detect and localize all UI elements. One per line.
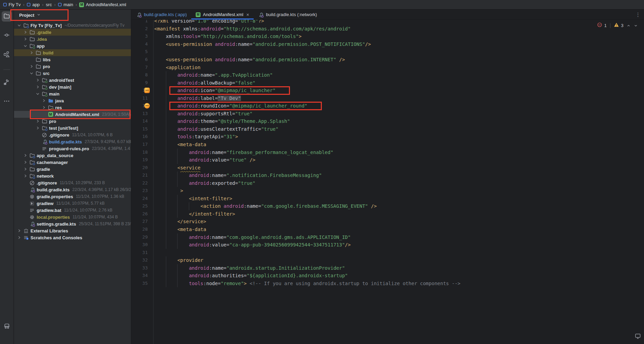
chevron-right-icon[interactable] — [41, 105, 47, 110]
code-line[interactable]: 24 <intent-filter> — [132, 195, 644, 203]
code-line[interactable]: 5 — [132, 48, 644, 56]
tree-row[interactable]: pro — [14, 118, 131, 125]
editor-body[interactable]: 1 3 1<?xml version="1.0" encoding="utf-8… — [132, 20, 644, 344]
code-line[interactable]: 20 <service — [132, 164, 644, 172]
commit-tool-button[interactable] — [2, 30, 12, 41]
code-area[interactable]: 1<?xml version="1.0" encoding="utf-8"?>2… — [132, 20, 644, 287]
tree-row[interactable]: proguard-rules.pro22/3/24, 4:36PM, 1.4 k… — [14, 145, 131, 152]
code-line[interactable]: 4 <uses-permission android:name="android… — [132, 40, 644, 48]
tree-row[interactable]: gradlew.bat11/1/24, 10:07PM, 2.76 kB — [14, 207, 131, 214]
code-line[interactable]: 27 </service> — [132, 218, 644, 226]
code-line[interactable]: 29 android:name="com.google.android.gms.… — [132, 233, 644, 241]
editor-tab[interactable]: MAndroidManifest.xml× — [191, 10, 254, 20]
code-line[interactable]: 12 android:roundIcon="@mipmap/ic_launche… — [132, 102, 644, 110]
chevron-right-icon[interactable] — [23, 36, 28, 42]
project-panel-header[interactable]: Project — [14, 10, 131, 21]
breadcrumb-item[interactable]: MAndroidManifest.xml — [79, 2, 126, 7]
more-tools-button[interactable] — [2, 97, 12, 107]
code-line[interactable]: 22 android:exported="true" — [132, 179, 644, 187]
structure-tool-button[interactable] — [2, 50, 12, 60]
breadcrumb-item[interactable]: app — [27, 2, 40, 7]
tree-row[interactable]: build — [14, 49, 131, 56]
chevron-right-icon[interactable] — [35, 77, 40, 83]
tree-row[interactable]: src — [14, 70, 131, 77]
code-line[interactable]: 33 android:name="androidx.startup.Initia… — [132, 264, 644, 272]
chevron-right-icon[interactable] — [35, 125, 40, 131]
tree-row[interactable]: gradle — [14, 166, 131, 173]
chevron-up-icon[interactable] — [627, 24, 631, 28]
breadcrumb-item[interactable]: main — [58, 2, 73, 7]
code-line[interactable]: 34 android:authorities="${applicationId}… — [132, 272, 644, 280]
chevron-down-icon[interactable] — [37, 12, 41, 18]
code-line[interactable]: 21 android:name=".notification.FirebaseM… — [132, 171, 644, 179]
tree-row[interactable]: gradlew11/1/24, 10:07PM, 5.77 kB — [14, 200, 131, 207]
code-line[interactable]: 25 <action android:name="com.google.fire… — [132, 202, 644, 210]
tree-row[interactable]: External Libraries — [14, 227, 131, 234]
chevron-right-icon[interactable] — [29, 64, 34, 69]
chevron-right-icon[interactable] — [16, 235, 22, 240]
inspections-widget[interactable]: 1 3 — [597, 22, 638, 29]
project-tool-button[interactable] — [2, 11, 12, 22]
build-tool-button[interactable] — [2, 77, 12, 88]
tree-row[interactable]: .gradle — [14, 29, 131, 36]
tree-row[interactable]: settings.gradle.kts25/3/24, 11:51PM, 398… — [14, 220, 131, 227]
code-line[interactable]: 7 <application — [132, 64, 644, 72]
breadcrumb-item[interactable]: Fly Tv — [3, 2, 21, 7]
tree-row[interactable]: res — [14, 104, 131, 111]
chevron-down-icon[interactable] — [23, 43, 28, 49]
code-line[interactable]: 18 android:name="firebase_performance_lo… — [132, 149, 644, 156]
tree-row[interactable]: Scratches and Consoles — [14, 234, 131, 241]
chevron-right-icon[interactable] — [23, 153, 28, 158]
services-tool-button[interactable] — [2, 321, 12, 332]
tree-row[interactable]: libs — [14, 56, 131, 63]
tree-row[interactable]: gradle.properties11/1/24, 10:07PM, 1.36 … — [14, 193, 131, 200]
tree-row[interactable]: main — [14, 90, 131, 97]
tree-row[interactable]: .gitignore11/1/24, 10:29PM, 233 B — [14, 179, 131, 186]
chevron-right-icon[interactable] — [35, 118, 40, 124]
chevron-right-icon[interactable] — [16, 228, 22, 233]
tree-row[interactable]: cachemanager — [14, 159, 131, 166]
tree-row[interactable]: .idea — [14, 36, 131, 42]
code-line[interactable]: 30 android:value="ca-app-pub-39402560999… — [132, 241, 644, 249]
close-icon[interactable]: × — [246, 12, 249, 17]
code-line[interactable]: 17 <meta-data — [132, 141, 644, 149]
tree-row[interactable]: network — [14, 173, 131, 179]
chevron-right-icon[interactable] — [23, 166, 28, 172]
code-line[interactable]: 14 android:theme="@style/Theme.App.Splas… — [132, 117, 644, 125]
editor-tab[interactable]: build.gradle.kts (:network) — [254, 10, 321, 20]
tree-row[interactable]: MAndroidManifest.xml23/3/24, 1:50AM, 2.2 — [14, 111, 131, 118]
code-line[interactable]: 15 android:usesCleartextTraffic="true" — [132, 125, 644, 133]
tree-row[interactable]: pro — [14, 63, 131, 70]
tree-row[interactable]: androidTest — [14, 77, 131, 84]
code-line[interactable]: 9 android:allowBackup="false" — [132, 79, 644, 87]
breadcrumb-item[interactable]: src — [46, 2, 52, 7]
chevron-right-icon[interactable] — [41, 98, 47, 103]
launcher-round-gutter-icon[interactable] — [144, 103, 150, 109]
chevron-down-icon[interactable] — [29, 71, 34, 76]
code-line[interactable]: 35 tools:node="remove"> <!-- If you are … — [132, 280, 644, 288]
tree-row[interactable]: build.gradle.kts22/3/24, 4:36PM, 1.17 kB… — [14, 186, 131, 193]
chevron-down-icon[interactable] — [634, 24, 638, 28]
tree-row[interactable]: .gitignore11/1/24, 10:07PM, 6 B — [14, 131, 131, 138]
code-line[interactable]: 13 android:supportsRtl="true" — [132, 110, 644, 118]
code-line[interactable]: 28 <meta-data — [132, 226, 644, 233]
code-line[interactable]: 2<manifest xmlns:android="http://schemas… — [132, 25, 644, 33]
code-line[interactable]: 3 xmlns:tools="http://schemas.android.co… — [132, 33, 644, 40]
code-line[interactable]: 32 <provider — [132, 256, 644, 264]
device-frame-icon[interactable] — [635, 333, 641, 341]
launcher-square-gutter-icon[interactable] — [144, 88, 150, 93]
tree-row[interactable]: Fly Tv [Fly_Tv]~/Documents/codecanyon/Fl… — [14, 22, 131, 29]
chevron-right-icon[interactable] — [35, 84, 40, 90]
code-line[interactable]: 19 android:value="true" /> — [132, 156, 644, 164]
code-line[interactable]: 1<?xml version="1.0" encoding="utf-8"?> — [132, 20, 644, 25]
tree-row[interactable]: build.gradle.kts27/3/24, 9:42PM, 6.07 kB… — [14, 138, 131, 145]
code-line[interactable]: 16 tools:targetApi="31"> — [132, 133, 644, 141]
code-line[interactable]: 6 <uses-permission android:name="android… — [132, 56, 644, 64]
tree-row[interactable]: app_data_source — [14, 152, 131, 159]
tree-row[interactable]: local.properties11/1/24, 10:07PM, 434 B — [14, 214, 131, 220]
code-line[interactable]: 8 android:name=".app.TvApplication" — [132, 71, 644, 79]
editor-tab[interactable]: build.gradle.kts (:app) — [132, 10, 191, 20]
chevron-right-icon[interactable] — [23, 29, 28, 35]
code-line[interactable]: 11 android:label="Tv Dev" — [132, 94, 644, 102]
tab-options-icon[interactable]: ⋮ — [635, 10, 641, 20]
